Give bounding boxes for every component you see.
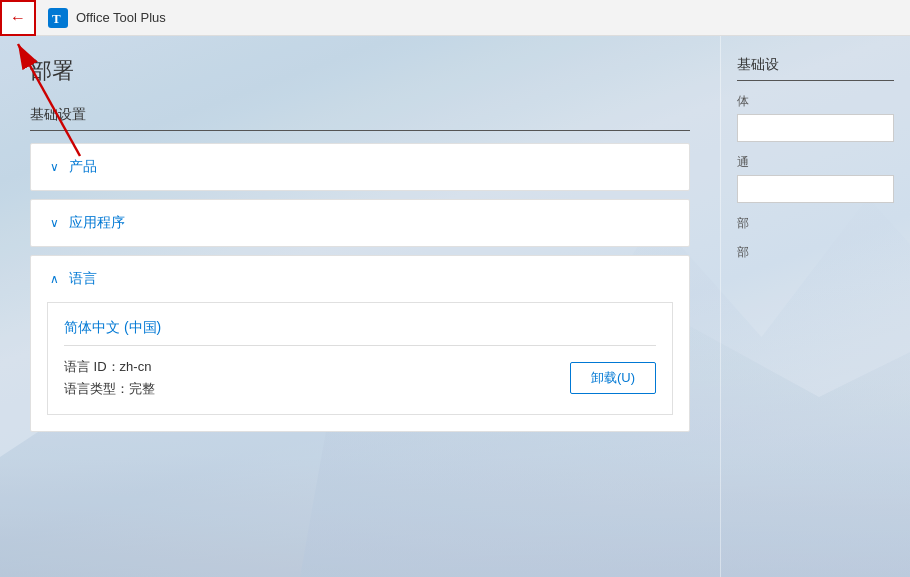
right-panel-row-2: 通: [737, 154, 894, 203]
right-label-3: 部: [737, 215, 894, 232]
accordion-apps-label: 应用程序: [69, 214, 125, 232]
titlebar: ← T Office Tool Plus: [0, 0, 910, 36]
accordion-language-header[interactable]: ∧ 语言: [31, 256, 689, 302]
back-icon: ←: [10, 9, 26, 27]
uninstall-button[interactable]: 卸载(U): [570, 362, 656, 394]
right-section-title: 基础设: [737, 56, 894, 81]
right-panel: 基础设 体 通 部 部: [720, 36, 910, 577]
accordion-language-label: 语言: [69, 270, 97, 288]
main-layout: 部署 基础设置 ∨ 产品 ∨ 应用程序 ∧ 语言 简体中: [0, 36, 910, 577]
accordion-apps: ∨ 应用程序: [30, 199, 690, 247]
accordion-apps-header[interactable]: ∨ 应用程序: [31, 200, 689, 246]
accordion-product: ∨ 产品: [30, 143, 690, 191]
right-label-2: 通: [737, 154, 894, 171]
app-icon: T: [48, 8, 68, 28]
language-details: 语言 ID：zh-cn 语言类型：完整 卸载(U): [64, 358, 656, 398]
svg-text:T: T: [52, 11, 61, 26]
back-button[interactable]: ←: [0, 0, 36, 36]
chevron-down-icon-2: ∨: [47, 216, 61, 230]
page-title: 部署: [30, 56, 690, 86]
language-name: 简体中文 (中国): [64, 319, 656, 337]
language-id: 语言 ID：zh-cn: [64, 358, 155, 376]
left-panel: 部署 基础设置 ∨ 产品 ∨ 应用程序 ∧ 语言 简体中: [0, 36, 720, 577]
accordion-product-header[interactable]: ∨ 产品: [31, 144, 689, 190]
accordion-product-label: 产品: [69, 158, 97, 176]
chevron-up-icon: ∧: [47, 272, 61, 286]
right-label-1: 体: [737, 93, 894, 110]
right-label-4: 部: [737, 244, 894, 261]
language-info: 语言 ID：zh-cn 语言类型：完整: [64, 358, 155, 398]
language-type: 语言类型：完整: [64, 380, 155, 398]
titlebar-title: Office Tool Plus: [76, 10, 166, 25]
right-input-2[interactable]: [737, 175, 894, 203]
accordion-language: ∧ 语言 简体中文 (中国) 语言 ID：zh-cn 语言类型：完整 卸载(U): [30, 255, 690, 432]
right-input-1[interactable]: [737, 114, 894, 142]
right-panel-row-1: 体: [737, 93, 894, 142]
right-panel-row-3: 部: [737, 215, 894, 232]
section-title-basic: 基础设置: [30, 106, 690, 131]
chevron-down-icon: ∨: [47, 160, 61, 174]
right-panel-row-4: 部: [737, 244, 894, 261]
